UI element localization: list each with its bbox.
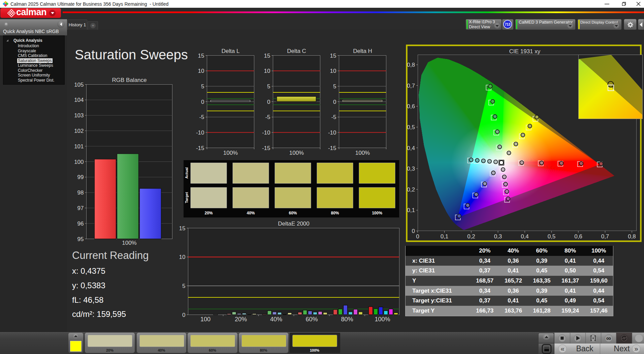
svg-text:0,2: 0,2 [467, 233, 475, 240]
svg-text:100%: 100% [375, 316, 390, 323]
svg-text:0,1: 0,1 [407, 207, 415, 213]
svg-text:0,7: 0,7 [407, 83, 415, 89]
svg-text:Delta L: Delta L [222, 48, 240, 54]
svg-text:DeltaE 2000: DeltaE 2000 [278, 220, 310, 227]
svg-text:0: 0 [333, 99, 336, 105]
svg-text:Back: Back [576, 344, 593, 353]
svg-text:0,1: 0,1 [441, 233, 449, 240]
svg-text:Actual: Actual [185, 167, 189, 179]
svg-text:20%: 20% [204, 211, 213, 215]
svg-text:«: « [560, 345, 564, 352]
svg-text:0: 0 [182, 312, 185, 318]
svg-text:Next: Next [614, 344, 630, 353]
svg-text:103: 103 [74, 112, 84, 119]
svg-text:0,3: 0,3 [407, 166, 415, 172]
svg-text:10: 10 [264, 68, 270, 74]
svg-text:96: 96 [77, 220, 84, 227]
svg-text:0,4: 0,4 [407, 145, 415, 151]
svg-text:5: 5 [182, 283, 185, 289]
svg-text:104: 104 [74, 97, 84, 103]
svg-text:0: 0 [267, 99, 270, 105]
svg-text:100: 100 [200, 316, 211, 323]
svg-text:0: 0 [412, 228, 415, 234]
svg-text:-15: -15 [196, 145, 204, 151]
svg-text:97: 97 [77, 205, 84, 211]
svg-text:0: 0 [416, 233, 419, 240]
svg-text:20%: 20% [235, 316, 247, 323]
svg-text:0: 0 [201, 99, 204, 105]
svg-text:0,6: 0,6 [407, 103, 415, 110]
svg-text:100%: 100% [372, 211, 382, 215]
svg-text:CIE 1931 xy: CIE 1931 xy [509, 48, 541, 55]
svg-text:100%: 100% [122, 240, 136, 246]
svg-text:102: 102 [74, 128, 84, 134]
svg-text:-5: -5 [331, 114, 336, 120]
svg-text:Delta H: Delta H [353, 48, 372, 54]
svg-text:0,8: 0,8 [407, 62, 415, 68]
svg-text:5: 5 [267, 83, 270, 90]
svg-text:-10: -10 [196, 129, 204, 136]
svg-text:0,8: 0,8 [628, 233, 636, 240]
svg-text:100: 100 [74, 159, 84, 165]
svg-text:RGB Balance: RGB Balance [112, 77, 147, 83]
svg-text:0,5: 0,5 [548, 233, 556, 240]
svg-text:105: 105 [74, 82, 84, 88]
svg-text:0,5: 0,5 [407, 124, 415, 130]
svg-text:60%: 60% [305, 316, 318, 323]
svg-text:0,4: 0,4 [521, 233, 529, 240]
svg-text:15: 15 [198, 53, 204, 59]
svg-text:-15: -15 [328, 145, 336, 151]
svg-text:-15: -15 [262, 145, 270, 151]
svg-text:100%: 100% [223, 150, 238, 156]
svg-text:95: 95 [77, 236, 84, 242]
svg-text:»: » [634, 345, 638, 352]
svg-text:98: 98 [77, 189, 84, 196]
svg-text:-5: -5 [265, 114, 270, 120]
svg-text:40%: 40% [270, 316, 282, 323]
svg-text:10: 10 [198, 68, 204, 74]
svg-text:15: 15 [179, 225, 186, 232]
svg-text:-10: -10 [262, 129, 270, 136]
svg-text:10: 10 [179, 254, 186, 260]
svg-text:80%: 80% [341, 316, 353, 323]
svg-text:Target: Target [185, 192, 189, 203]
svg-text:101: 101 [74, 143, 84, 150]
svg-text:15: 15 [330, 53, 336, 59]
svg-text:15: 15 [264, 53, 270, 59]
svg-text:0,2: 0,2 [407, 186, 415, 193]
svg-text:100%: 100% [289, 150, 304, 156]
svg-text:100%: 100% [355, 150, 370, 156]
svg-text:99: 99 [77, 174, 84, 180]
svg-text:-10: -10 [328, 129, 336, 136]
svg-text:0,7: 0,7 [601, 233, 609, 240]
svg-text:80%: 80% [331, 211, 339, 215]
svg-text:5: 5 [201, 83, 204, 90]
svg-text:-5: -5 [199, 114, 204, 120]
svg-text:0,6: 0,6 [574, 233, 582, 240]
svg-text:40%: 40% [247, 211, 255, 215]
svg-text:Delta C: Delta C [287, 48, 306, 54]
svg-text:5: 5 [333, 83, 336, 90]
svg-text:0,3: 0,3 [494, 233, 502, 240]
svg-text:60%: 60% [289, 211, 297, 215]
svg-text:10: 10 [330, 68, 336, 74]
svg-text:∞: ∞ [606, 334, 611, 342]
